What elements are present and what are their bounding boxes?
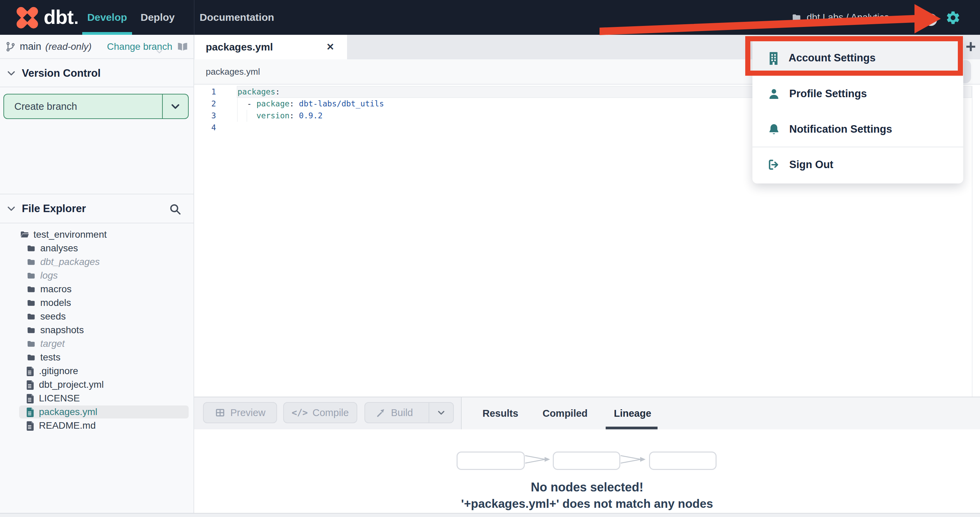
- tab-compiled-code[interactable]: Compiled Code: [534, 397, 597, 429]
- tree-item-seeds[interactable]: seeds: [0, 310, 194, 323]
- folder-icon: [26, 353, 36, 362]
- lineage-arrow-icon: [620, 454, 649, 465]
- tree-item-tests[interactable]: tests: [0, 350, 194, 364]
- chevron-down-icon: [155, 35, 164, 70]
- chevron-down-icon: [6, 204, 16, 214]
- version-control-header[interactable]: Version Control: [0, 60, 194, 87]
- breadcrumb: packages.yml: [206, 59, 260, 84]
- dbt-logo-text: dbt: [44, 0, 78, 35]
- lineage-node: [649, 452, 717, 470]
- menu-item-profile-settings[interactable]: Profile Settings: [752, 77, 963, 111]
- tab-results[interactable]: Results: [482, 397, 512, 429]
- build-button-main[interactable]: Build: [365, 403, 424, 423]
- sidebar: main (read-only) Change branch Version C…: [0, 35, 194, 513]
- new-tab-button[interactable]: +: [962, 35, 980, 59]
- docs-book-icon[interactable]: [177, 41, 189, 52]
- menu-divider: [752, 147, 963, 147]
- tree-item-readme-md[interactable]: README.md: [0, 419, 194, 433]
- tree-item-logs[interactable]: logs: [0, 269, 194, 282]
- build-dropdown[interactable]: [429, 403, 453, 423]
- create-branch-dropdown[interactable]: [162, 94, 188, 118]
- build-icon: [376, 408, 386, 418]
- branch-mode: (read-only): [45, 41, 91, 52]
- folder-icon: [26, 312, 36, 321]
- annotation-arrow: [597, 2, 945, 36]
- folder-icon: [26, 326, 36, 335]
- chevron-down-icon: [6, 68, 16, 78]
- tree-item-dbt-packages[interactable]: dbt_packages: [0, 255, 194, 269]
- folder-icon: [26, 298, 36, 307]
- folder-icon: [26, 257, 36, 266]
- tree-item-gitignore[interactable]: .gitignore: [0, 364, 194, 378]
- active-tab-underline: [82, 32, 132, 35]
- menu-item-notification-settings[interactable]: Notification Settings: [752, 112, 963, 146]
- chevron-down-icon: [170, 101, 181, 112]
- tab-title: packages.yml: [206, 35, 273, 59]
- folder-icon: [26, 339, 36, 348]
- dbt-logo-icon[interactable]: [15, 5, 40, 30]
- tree-item-target[interactable]: target: [0, 337, 194, 350]
- line-numbers: 1 2 3 4: [194, 86, 216, 134]
- tree-item-models[interactable]: models: [0, 296, 194, 310]
- tree-item-packages-yml[interactable]: packages.yml: [0, 405, 194, 419]
- branch-name: main: [20, 41, 41, 52]
- file-explorer-header[interactable]: File Explorer: [0, 194, 194, 224]
- file-tree: test_environment analyses dbt_packages l…: [0, 228, 194, 433]
- file-icon: [26, 393, 35, 403]
- search-icon[interactable]: [169, 203, 182, 216]
- tree-item-dbt-project-yml[interactable]: dbt_project.yml: [0, 378, 194, 392]
- sign-out-icon: [767, 158, 780, 171]
- section-title: Version Control: [22, 67, 101, 79]
- lineage-node: [457, 452, 525, 470]
- lineage-node: [553, 452, 620, 470]
- annotation-highlight-box: [745, 36, 963, 76]
- table-icon: [215, 408, 226, 418]
- folder-icon: [26, 285, 36, 293]
- tab-packages-yml[interactable]: packages.yml ✕: [194, 35, 347, 59]
- create-branch-button[interactable]: Create branch: [3, 94, 189, 119]
- person-icon: [767, 87, 780, 100]
- file-icon: [26, 366, 35, 376]
- lineage-arrow-icon: [525, 454, 554, 465]
- lineage-empty-title: No nodes selected!: [194, 480, 980, 495]
- editor-scrollbar[interactable]: [972, 86, 972, 396]
- folder-icon: [26, 244, 36, 253]
- tree-item-license[interactable]: LICENSE: [0, 392, 194, 405]
- dbt-cloud-ide: dbt Develop Deploy Documentation dbt Lab…: [0, 0, 980, 517]
- nav-tab-develop[interactable]: Develop: [82, 0, 132, 35]
- lineage-panel: No nodes selected! '+packages.yml+' does…: [194, 429, 980, 513]
- nav-tab-deploy[interactable]: Deploy: [138, 0, 177, 35]
- nav-divider: [194, 0, 194, 35]
- tree-item-test-environment[interactable]: test_environment: [0, 228, 194, 241]
- tab-lineage[interactable]: Lineage: [614, 397, 649, 429]
- section-title: File Explorer: [22, 203, 86, 215]
- create-branch-label: Create branch: [4, 94, 162, 118]
- file-icon: [26, 420, 35, 431]
- active-tab-underline: [606, 427, 657, 429]
- code-icon: </>: [292, 408, 308, 418]
- gear-icon[interactable]: [945, 10, 961, 25]
- build-button[interactable]: Build: [364, 402, 454, 423]
- git-branch-icon: [5, 41, 16, 52]
- preview-button[interactable]: Preview: [203, 402, 277, 423]
- tree-item-snapshots[interactable]: snapshots: [0, 323, 194, 337]
- lineage-empty-subtitle: '+packages.yml+' does not match any node…: [194, 497, 980, 511]
- folder-open-icon: [19, 230, 30, 239]
- nav-tab-documentation[interactable]: Documentation: [200, 0, 264, 35]
- branch-row: main (read-only) Change branch: [0, 35, 194, 59]
- menu-item-sign-out[interactable]: Sign Out: [752, 147, 963, 182]
- tree-item-macros[interactable]: macros: [0, 282, 194, 296]
- close-icon[interactable]: ✕: [323, 35, 337, 59]
- file-icon: [26, 379, 35, 390]
- folder-icon: [26, 271, 36, 280]
- bell-icon: [767, 123, 780, 136]
- code-content[interactable]: packages: - package: dbt-labs/dbt_utils …: [237, 86, 384, 134]
- file-icon: [26, 407, 35, 417]
- compile-button[interactable]: </> Compile: [283, 402, 357, 423]
- tree-item-analyses[interactable]: analyses: [0, 241, 194, 255]
- status-strip: [0, 513, 980, 517]
- bottom-toolbar: Preview </> Compile Build Results Compil…: [194, 396, 980, 429]
